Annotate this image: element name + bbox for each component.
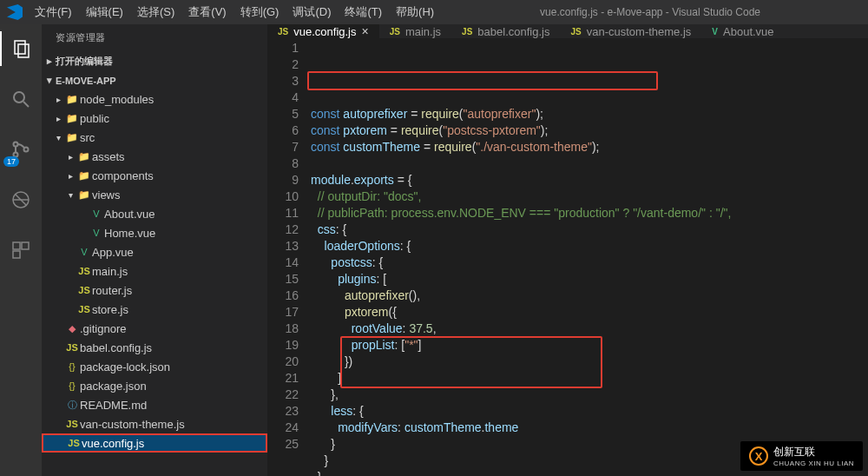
tree-item-store.js[interactable]: JSstore.js: [42, 300, 267, 319]
sidebar-title: 资源管理器: [42, 24, 267, 51]
tree-item-package.json[interactable]: {}package.json: [42, 376, 267, 395]
tree-item-van-custom-theme.js[interactable]: JSvan-custom-theme.js: [42, 414, 267, 433]
tree-item-public[interactable]: ▸📁public: [42, 109, 267, 128]
watermark-text: 创新互联: [773, 446, 815, 458]
menu-item-1[interactable]: 编辑(E): [81, 3, 128, 22]
tab-main.js[interactable]: JSmain.js: [379, 24, 451, 38]
highlight-box-1: [307, 71, 658, 90]
svg-rect-12: [13, 251, 20, 258]
svg-rect-10: [13, 242, 20, 249]
tree-item-src[interactable]: ▾📁src: [42, 128, 267, 147]
menu-item-6[interactable]: 终端(T): [339, 3, 387, 22]
svg-rect-11: [22, 242, 29, 249]
tree-item-babel.config.js[interactable]: JSbabel.config.js: [42, 338, 267, 357]
open-editors-section[interactable]: ▸打开的编辑器: [42, 51, 267, 71]
tree-item-views[interactable]: ▾📁views: [42, 185, 267, 204]
extensions-icon[interactable]: [0, 233, 42, 268]
menu-item-3[interactable]: 查看(V): [183, 3, 231, 22]
watermark-sub: CHUANG XIN HU LIAN: [773, 459, 854, 467]
svg-line-3: [23, 102, 29, 107]
editor-tabs: JSvue.config.js×JSmain.jsJSbabel.config.…: [267, 24, 868, 38]
code-editor[interactable]: 1234567891011121314151617181920212223242…: [267, 38, 868, 476]
tree-item-main.js[interactable]: JSmain.js: [42, 261, 267, 281]
menu-item-7[interactable]: 帮助(H): [391, 3, 439, 22]
watermark: X 创新互联 CHUANG XIN HU LIAN: [740, 441, 863, 471]
watermark-logo-icon: X: [749, 446, 768, 466]
debug-icon[interactable]: [0, 182, 42, 217]
menu-item-2[interactable]: 选择(S): [132, 3, 180, 22]
window-title: vue.config.js - e-Move-app - Visual Stud…: [439, 6, 861, 18]
tree-item-Home.vue[interactable]: VHome.vue: [42, 223, 267, 242]
activity-bar: 17: [0, 24, 42, 476]
tree-item-README.md[interactable]: ⓘREADME.md: [42, 395, 267, 414]
scm-badge: 17: [3, 156, 19, 167]
tree-item-components[interactable]: ▸📁components: [42, 166, 267, 185]
code-text[interactable]: const autoprefixer = require("autoprefix…: [311, 40, 868, 476]
svg-point-4: [14, 142, 18, 147]
menu-item-0[interactable]: 文件(F): [30, 3, 77, 22]
menu-item-4[interactable]: 转到(G): [235, 3, 285, 22]
tab-van-custom-theme.js[interactable]: JSvan-custom-theme.js: [560, 24, 701, 38]
title-bar: 文件(F)编辑(E)选择(S)查看(V)转到(G)调试(D)终端(T)帮助(H)…: [0, 0, 868, 24]
menu-bar: 文件(F)编辑(E)选择(S)查看(V)转到(G)调试(D)终端(T)帮助(H): [30, 3, 439, 22]
tree-item-.gitignore[interactable]: ◆.gitignore: [42, 319, 267, 338]
explorer-icon[interactable]: [0, 31, 42, 66]
tab-About.vue[interactable]: VAbout.vue: [701, 24, 784, 38]
close-icon[interactable]: ×: [362, 24, 369, 38]
svg-rect-0: [15, 41, 25, 54]
tab-vue.config.js[interactable]: JSvue.config.js×: [267, 24, 379, 38]
menu-item-5[interactable]: 调试(D): [287, 3, 336, 22]
tree-item-vue.config.js[interactable]: JSvue.config.js: [42, 433, 267, 453]
vscode-icon: [7, 4, 23, 20]
tree-item-App.vue[interactable]: VApp.vue: [42, 242, 267, 261]
sidebar: 资源管理器 ▸打开的编辑器 ▾E-MOVE-APP ▸📁node_modules…: [42, 24, 267, 476]
editor-area: JSvue.config.js×JSmain.jsJSbabel.config.…: [267, 24, 868, 476]
svg-point-6: [24, 148, 29, 152]
tab-babel.config.js[interactable]: JSbabel.config.js: [451, 24, 560, 38]
tree-item-About.vue[interactable]: VAbout.vue: [42, 204, 267, 223]
line-gutter: 1234567891011121314151617181920212223242…: [267, 40, 311, 476]
tree-item-node_modules[interactable]: ▸📁node_modules: [42, 89, 267, 109]
project-section[interactable]: ▾E-MOVE-APP: [42, 71, 267, 89]
svg-rect-1: [18, 44, 29, 57]
file-tree: ▸📁node_modules▸📁public▾📁src▸📁assets▸📁com…: [42, 89, 267, 453]
search-icon[interactable]: [0, 82, 42, 116]
tree-item-router.js[interactable]: JSrouter.js: [42, 281, 267, 300]
svg-point-2: [14, 92, 24, 102]
tree-item-package-lock.json[interactable]: {}package-lock.json: [42, 357, 267, 376]
tree-item-assets[interactable]: ▸📁assets: [42, 147, 267, 166]
